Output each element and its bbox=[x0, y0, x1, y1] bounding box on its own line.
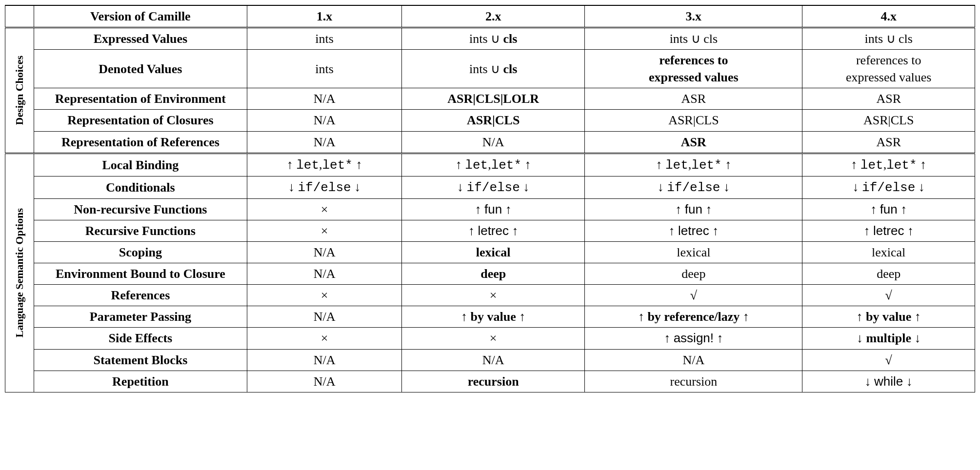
group-design-label: Design Choices bbox=[11, 52, 28, 129]
nonrec-v2: ↑ fun ↑ bbox=[402, 198, 585, 220]
denoted-v3: references toexpressed values bbox=[585, 50, 802, 88]
closures-v4: ASR|CLS bbox=[802, 110, 975, 131]
rep-v3: recursion bbox=[585, 371, 802, 392]
env-v4: ASR bbox=[802, 88, 975, 110]
side-v2: × bbox=[402, 328, 585, 349]
closures-v1: N/A bbox=[247, 110, 402, 131]
row-env: Representation of Environment bbox=[34, 88, 247, 110]
header-v3: 3.x bbox=[585, 5, 802, 28]
header-v2: 2.x bbox=[402, 5, 585, 28]
envbound-v2: deep bbox=[402, 263, 585, 285]
references-v1: × bbox=[247, 285, 402, 306]
rec-v1: × bbox=[247, 220, 402, 241]
side-v4: ↓ multiple ↓ bbox=[802, 328, 975, 349]
row-nonrec: Non-recursive Functions bbox=[34, 198, 247, 220]
row-refs: Representation of References bbox=[34, 131, 247, 153]
cond-v4: ↓ if/else ↓ bbox=[802, 176, 975, 198]
refs-v3: ASR bbox=[585, 131, 802, 153]
row-denoted: Denoted Values bbox=[34, 50, 247, 88]
cond-v1: ↓ if/else ↓ bbox=[247, 176, 402, 198]
camille-versions-table: Version of Camille 1.x 2.x 3.x 4.x Desig… bbox=[5, 5, 975, 392]
nonrec-v4: ↑ fun ↑ bbox=[802, 198, 975, 220]
cond-v2: ↓ if/else ↓ bbox=[402, 176, 585, 198]
scoping-v4: lexical bbox=[802, 242, 975, 263]
refs-v2: N/A bbox=[402, 131, 585, 153]
envbound-v1: N/A bbox=[247, 263, 402, 285]
param-v1: N/A bbox=[247, 306, 402, 328]
rec-v4: ↑ letrec ↑ bbox=[802, 220, 975, 241]
header-title: Version of Camille bbox=[34, 5, 247, 28]
rec-v3: ↑ letrec ↑ bbox=[585, 220, 802, 241]
local-v2: ↑ let,let* ↑ bbox=[402, 153, 585, 176]
row-scoping: Scoping bbox=[34, 242, 247, 263]
row-stmt: Statement Blocks bbox=[34, 349, 247, 371]
env-v3: ASR bbox=[585, 88, 802, 110]
env-v2: ASR|CLS|LOLR bbox=[402, 88, 585, 110]
denoted-v4: references toexpressed values bbox=[802, 50, 975, 88]
cond-v3: ↓ if/else ↓ bbox=[585, 176, 802, 198]
stmt-v1: N/A bbox=[247, 349, 402, 371]
row-side: Side Effects bbox=[34, 328, 247, 349]
local-v1: ↑ let,let* ↑ bbox=[247, 153, 402, 176]
row-references: References bbox=[34, 285, 247, 306]
scoping-v1: N/A bbox=[247, 242, 402, 263]
rec-v2: ↑ letrec ↑ bbox=[402, 220, 585, 241]
side-v1: × bbox=[247, 328, 402, 349]
expressed-v2: ints ∪ cls bbox=[402, 28, 585, 50]
references-v3: √ bbox=[585, 285, 802, 306]
row-envbound: Environment Bound to Closure bbox=[34, 263, 247, 285]
stmt-v3: N/A bbox=[585, 349, 802, 371]
rep-v1: N/A bbox=[247, 371, 402, 392]
stmt-v4: √ bbox=[802, 349, 975, 371]
closures-v3: ASR|CLS bbox=[585, 110, 802, 131]
stmt-v2: N/A bbox=[402, 349, 585, 371]
references-v4: √ bbox=[802, 285, 975, 306]
header-v4: 4.x bbox=[802, 5, 975, 28]
nonrec-v1: × bbox=[247, 198, 402, 220]
scoping-v2: lexical bbox=[402, 242, 585, 263]
envbound-v3: deep bbox=[585, 263, 802, 285]
env-v1: N/A bbox=[247, 88, 402, 110]
param-v4: ↑ by value ↑ bbox=[802, 306, 975, 328]
header-corner bbox=[5, 5, 34, 28]
row-rep: Repetition bbox=[34, 371, 247, 392]
param-v3: ↑ by reference/lazy ↑ bbox=[585, 306, 802, 328]
param-v2: ↑ by value ↑ bbox=[402, 306, 585, 328]
expressed-v1: ints bbox=[247, 28, 402, 50]
expressed-v4: ints ∪ cls bbox=[802, 28, 975, 50]
refs-v1: N/A bbox=[247, 131, 402, 153]
envbound-v4: deep bbox=[802, 263, 975, 285]
header-v1: 1.x bbox=[247, 5, 402, 28]
row-closures: Representation of Closures bbox=[34, 110, 247, 131]
denoted-v2: ints ∪ cls bbox=[402, 50, 585, 88]
expressed-v3: ints ∪ cls bbox=[585, 28, 802, 50]
row-param: Parameter Passing bbox=[34, 306, 247, 328]
row-expressed: Expressed Values bbox=[34, 28, 247, 50]
local-v4: ↑ let,let* ↑ bbox=[802, 153, 975, 176]
refs-v4: ASR bbox=[802, 131, 975, 153]
rep-v4: ↓ while ↓ bbox=[802, 371, 975, 392]
side-v3: ↑ assign! ↑ bbox=[585, 328, 802, 349]
denoted-v1: ints bbox=[247, 50, 402, 88]
references-v2: × bbox=[402, 285, 585, 306]
local-v3: ↑ let,let* ↑ bbox=[585, 153, 802, 176]
row-local: Local Binding bbox=[34, 153, 247, 176]
scoping-v3: lexical bbox=[585, 242, 802, 263]
row-rec: Recursive Functions bbox=[34, 220, 247, 241]
group-semantic: Language Semantic Options bbox=[5, 153, 34, 392]
row-cond: Conditionals bbox=[34, 176, 247, 198]
group-design: Design Choices bbox=[5, 28, 34, 154]
rep-v2: recursion bbox=[402, 371, 585, 392]
nonrec-v3: ↑ fun ↑ bbox=[585, 198, 802, 220]
group-semantic-label: Language Semantic Options bbox=[11, 204, 28, 341]
closures-v2: ASR|CLS bbox=[402, 110, 585, 131]
